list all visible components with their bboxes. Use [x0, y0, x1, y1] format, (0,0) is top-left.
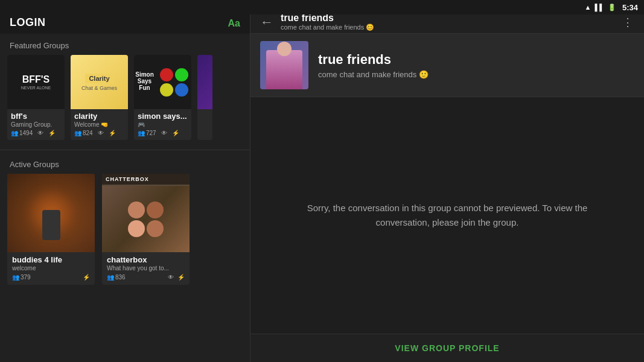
bffs-sub-text: NEVER ALONE [21, 86, 51, 90]
buddies-stats: 👥 379 ⚡ [12, 274, 90, 281]
bffs-lightning-stat: ⚡ [48, 130, 56, 136]
group-avatar-inner [260, 41, 308, 89]
people-icon: 👥 [11, 130, 18, 136]
status-bar: ▲ ▌▌ 🔋 5:34 [0, 0, 644, 14]
simon-lightning-stat: ⚡ [172, 130, 179, 136]
clarity-desc: Welcome 🤜 [74, 121, 124, 128]
simon-info: simon says... 🎮 👥 727 👁 ⚡ [134, 109, 191, 140]
clarity-sublabel: Chat & Games [81, 85, 117, 91]
bffs-member-stat: 👥 1494 [11, 130, 33, 136]
lightning-icon: ⚡ [48, 130, 56, 136]
simon-members: 727 [146, 130, 156, 136]
buddies-right-stats: ⚡ [83, 274, 90, 281]
sorry-message: Sorry, the conversation in this group ca… [296, 201, 598, 230]
eye-icon2: 👁 [98, 130, 104, 136]
active-card-chatterbox[interactable]: CHATTERBOX chatterbox What have you got … [102, 174, 190, 285]
bffs-name: bff's [11, 112, 61, 121]
bffs-eye-stat: 👁 [37, 130, 43, 136]
eye-icon3: 👁 [161, 130, 167, 136]
view-profile-text: VIEW GROUP PROFILE [395, 343, 499, 353]
clock: 5:34 [622, 3, 638, 12]
bffs-info: bff's Gaming Group. 👥 1494 👁 ⚡ [7, 109, 65, 140]
clarity-info: clarity Welcome 🤜 👥 824 👁 ⚡ [71, 109, 128, 140]
bffs-title-text: BFF'S [22, 75, 50, 84]
face1 [128, 202, 145, 218]
status-icons: ▲ ▌▌ 🔋 5:34 [584, 3, 638, 12]
active-groups-scroll: buddies 4 life welcome 👥 379 ⚡ [0, 174, 250, 292]
chatterbox-desc: What have you got to... [107, 265, 185, 272]
left-panel: LOGIN Featured Groups BFF'S NEVER ALONE … [0, 0, 250, 362]
people-icon4: 👥 [12, 274, 19, 281]
people-icon3: 👥 [138, 130, 145, 136]
simon-label: Simon Says Fun [134, 71, 155, 91]
clarity-lightning-stat: ⚡ [109, 130, 116, 136]
simon-name: simon says... [138, 112, 188, 121]
group-card-royal[interactable] [197, 55, 212, 140]
group-card-simon[interactable]: Simon Says Fun simon says... 🎮 👥 7 [134, 55, 191, 140]
simon-stats: 👥 727 👁 ⚡ [138, 130, 188, 136]
view-group-profile-button[interactable]: VIEW GROUP PROFILE [250, 334, 644, 362]
buddies-info: buddies 4 life welcome 👥 379 ⚡ [7, 252, 95, 285]
buddies-desc: welcome [12, 265, 90, 272]
clarity-name: clarity [74, 112, 124, 121]
banner-subtitle-text: come chat and make friends 🙂 [318, 70, 429, 79]
chatterbox-faces [122, 202, 170, 237]
banner-title: true friends [318, 52, 634, 68]
face2 [147, 202, 164, 218]
chat-subtitle-text: come chat and make friends 😊 [281, 24, 374, 31]
banner-subtitle: come chat and make friends 🙂 [318, 70, 634, 79]
chatterbox-stats: 👥 836 👁 ⚡ [107, 274, 185, 281]
featured-groups-scroll: BFF'S NEVER ALONE bff's Gaming Group. 👥 … [0, 55, 250, 147]
group-card-bffs[interactable]: BFF'S NEVER ALONE bff's Gaming Group. 👥 … [7, 55, 65, 140]
group-card-clarity[interactable]: Clarity Chat & Games clarity Welcome 🤜 👥… [71, 55, 128, 140]
lightning-icon5: ⚡ [177, 274, 185, 281]
simon-circle-green [175, 68, 188, 81]
bffs-stats: 👥 1494 👁 ⚡ [11, 130, 61, 136]
simon-circle-blue [175, 83, 188, 97]
active-groups-label: Active Groups [0, 153, 250, 174]
royal-image [197, 55, 212, 109]
lightning-icon4: ⚡ [83, 274, 90, 281]
chatterbox-overlay-text: CHATTERBOX [102, 174, 190, 185]
wifi-icon: ▲ [584, 4, 591, 11]
signal-icon: ▌▌ [595, 4, 604, 11]
bffs-members: 1494 [19, 130, 33, 136]
clarity-label: Clarity [85, 74, 113, 83]
group-banner-info: true friends come chat and make friends … [318, 52, 634, 79]
chatterbox-left-stats: 👥 836 [107, 274, 126, 281]
chatterbox-right-stats: 👁 ⚡ [168, 274, 185, 281]
chatterbox-image: CHATTERBOX [102, 174, 190, 252]
eye-icon5: 👁 [168, 274, 174, 281]
clarity-members: 824 [83, 130, 93, 136]
eye-icon: 👁 [37, 130, 43, 136]
sorry-container: Sorry, the conversation in this group ca… [250, 97, 644, 334]
simon-image: Simon Says Fun [134, 55, 191, 109]
avatar-figure [266, 50, 302, 89]
chatterbox-members: 836 [115, 274, 126, 281]
back-button[interactable]: ← [260, 14, 273, 30]
bffs-image: BFF'S NEVER ALONE [7, 55, 65, 109]
avatar-head [277, 42, 292, 56]
simon-circles [155, 63, 191, 101]
chatterbox-photo [102, 186, 190, 252]
chatterbox-info: chatterbox What have you got to... 👥 836… [102, 252, 190, 285]
bffs-desc: Gaming Group. [11, 121, 61, 128]
right-panel: ← true friends come chat and make friend… [250, 0, 644, 362]
simon-circle-yellow [160, 83, 173, 97]
left-header-title: LOGIN [10, 16, 46, 29]
divider [0, 150, 250, 150]
buddies-members: 379 [21, 274, 31, 281]
translate-icon [228, 16, 240, 30]
more-options-button[interactable]: ⋮ [622, 16, 634, 29]
face3 [128, 220, 145, 237]
active-card-buddies[interactable]: buddies 4 life welcome 👥 379 ⚡ [7, 174, 95, 285]
lightning-icon2: ⚡ [109, 130, 116, 136]
clarity-eye-stat: 👁 [98, 130, 104, 136]
simon-desc: 🎮 [138, 121, 188, 128]
chatterbox-name: chatterbox [107, 255, 185, 264]
clarity-member-stat: 👥 824 [74, 130, 93, 136]
buddies-left-stats: 👥 379 [12, 274, 31, 281]
buddies-image [7, 174, 95, 252]
simon-circle-red [160, 68, 173, 81]
clarity-stats: 👥 824 👁 ⚡ [74, 130, 124, 136]
